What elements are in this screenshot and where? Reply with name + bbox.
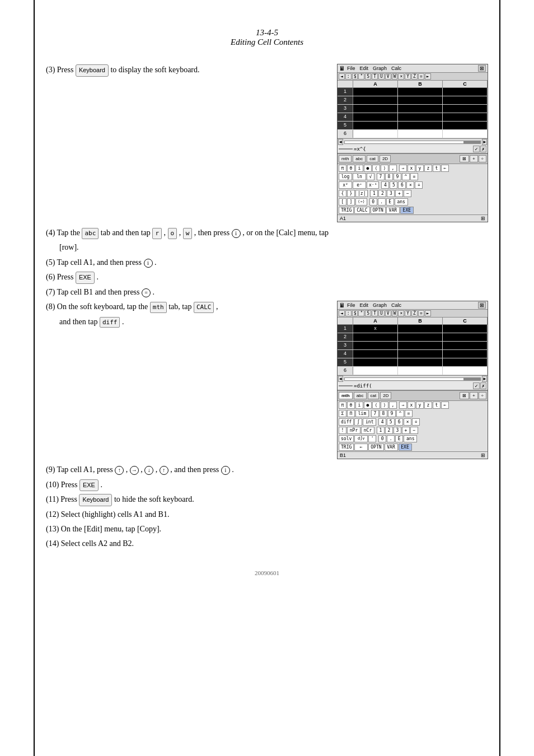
ss1-r2c2[interactable] xyxy=(398,96,443,104)
ss1-close[interactable]: ⊠ xyxy=(478,65,486,72)
ss1-key-z[interactable]: z xyxy=(424,165,432,172)
ss2-key-int2[interactable]: int xyxy=(363,418,376,426)
step4-o-key[interactable]: o xyxy=(168,228,177,239)
ss2-key-npr[interactable]: nPr xyxy=(347,427,360,434)
ss2-r3c1[interactable] xyxy=(353,342,398,349)
ss1-key-8[interactable]: 8 xyxy=(385,173,393,180)
ss2-key-E[interactable]: E xyxy=(395,435,403,442)
ss2-key-5[interactable]: 5 xyxy=(387,418,395,426)
step4-abc-key[interactable]: abc xyxy=(82,228,99,239)
ss2-tb-u[interactable]: U xyxy=(378,310,385,316)
ss1-tab-mth[interactable]: mth xyxy=(339,155,352,162)
ss2-tb-quote[interactable]: " xyxy=(358,310,364,316)
ss1-key-abs[interactable]: |z| xyxy=(355,190,368,197)
ss1-tb-y[interactable]: Y xyxy=(405,73,411,80)
ss2-tb-left[interactable]: ◄ xyxy=(339,310,345,316)
ss1-key-9[interactable]: 9 xyxy=(394,173,401,180)
ss1-row6[interactable]: 6 xyxy=(338,130,488,138)
ss2-row3[interactable]: 3 xyxy=(338,342,488,350)
step10-exe-key[interactable]: EXE xyxy=(79,479,99,492)
ss2-r1c1[interactable]: x xyxy=(353,325,398,333)
step4-r-key[interactable]: r xyxy=(152,228,162,239)
ss2-key-optn[interactable]: OPTN xyxy=(368,444,383,451)
ss1-row5[interactable]: 5 xyxy=(338,122,488,130)
ss1-key-0[interactable]: 0 xyxy=(369,198,377,206)
ss1-scroll-left[interactable]: ◄ xyxy=(338,139,343,145)
ss2-key-plus[interactable]: + xyxy=(402,427,410,434)
ss2-r2c1[interactable] xyxy=(353,333,398,341)
ss2-r6c3[interactable] xyxy=(443,367,488,375)
ss2-key-ncr[interactable]: nCr xyxy=(361,427,374,434)
ss1-key-calc[interactable]: CALC xyxy=(354,207,369,214)
ss2-tb-y[interactable]: Y xyxy=(405,310,411,316)
ss2-key-exe[interactable]: EXE xyxy=(399,444,412,451)
ss1-tb-t[interactable]: T xyxy=(372,73,378,80)
ss1-key-5[interactable]: 5 xyxy=(390,181,397,189)
ss2-key-var[interactable]: VAR xyxy=(385,444,398,451)
ss1-key-xinv[interactable]: x⁻¹ xyxy=(367,181,379,189)
ss1-scrollbar[interactable]: ◄ ► xyxy=(338,138,488,145)
ss1-key-dot2[interactable]: . xyxy=(378,198,386,206)
ss1-key-exe[interactable]: EXE xyxy=(400,207,414,214)
ss2-key-diff[interactable]: diff xyxy=(339,418,354,426)
ss2-row2[interactable]: 2 xyxy=(338,333,488,342)
ss2-tb-s[interactable]: S xyxy=(365,310,371,316)
ss1-key-dot[interactable]: ● xyxy=(364,165,372,172)
ss2-key-solv[interactable]: solv xyxy=(339,435,354,442)
ss1-key-log[interactable]: log xyxy=(339,173,352,180)
ss2-r3c2[interactable] xyxy=(398,342,443,349)
ss2-key-7[interactable]: 7 xyxy=(371,410,379,417)
ss2-key-sigma[interactable]: Σ xyxy=(339,410,346,417)
ss2-key-3[interactable]: 3 xyxy=(394,427,401,434)
ss2-scroll-right[interactable]: ► xyxy=(482,376,487,382)
ss2-key-back[interactable]: ← xyxy=(441,402,449,409)
ss1-tb-w[interactable]: W xyxy=(392,73,398,80)
ss2-menu-file[interactable]: File xyxy=(347,302,355,308)
step9-circle1[interactable]: ↑ xyxy=(115,466,124,475)
ss1-key-arrow[interactable]: ⇒ xyxy=(399,165,407,172)
ss2-tb-t[interactable]: T xyxy=(372,310,378,316)
ss1-r6c2[interactable] xyxy=(398,130,443,138)
step4-w-key[interactable]: w xyxy=(183,228,193,239)
ss1-key-ln[interactable]: ln xyxy=(353,173,366,180)
ss1-key-eq[interactable]: = xyxy=(410,173,418,180)
ss1-r3c3[interactable] xyxy=(443,105,488,113)
ss2-menu-edit[interactable]: Edit xyxy=(360,302,369,308)
ss2-menu-graph[interactable]: Graph xyxy=(373,302,387,308)
ss2-tb-x[interactable]: × xyxy=(398,310,404,316)
ss1-tb-left[interactable]: ◄ xyxy=(339,73,345,80)
ss1-r5c2[interactable] xyxy=(398,122,443,129)
ss1-key-t[interactable]: t xyxy=(433,165,441,172)
ss1-tb-s[interactable]: S xyxy=(365,73,371,80)
ss2-tab-icon3[interactable]: ÷ xyxy=(479,392,486,399)
ss1-r5c1[interactable] xyxy=(353,122,398,129)
ss2-key-z[interactable]: z xyxy=(424,402,432,409)
ss1-tb-quote[interactable]: " xyxy=(358,73,364,80)
ss1-tab-icon3[interactable]: ÷ xyxy=(479,155,486,162)
ss2-key-arrow[interactable]: ⇒ xyxy=(399,402,407,409)
ss2-key-prime[interactable]: ' xyxy=(368,435,376,442)
ss1-row4[interactable]: 4 xyxy=(338,113,488,122)
ss2-key-eq[interactable]: = xyxy=(405,410,413,417)
ss2-row4[interactable]: 4 xyxy=(338,350,488,358)
ss1-key-lbrace[interactable]: { xyxy=(339,190,346,197)
ss2-key-9[interactable]: 9 xyxy=(388,410,396,417)
ss1-key-ans[interactable]: ans xyxy=(395,198,408,206)
ss2-r1c2[interactable] xyxy=(398,325,443,333)
step9-circle2[interactable]: → xyxy=(130,466,139,475)
ss1-key-rbrack[interactable]: ] xyxy=(347,198,355,206)
ss2-key-i[interactable]: i xyxy=(355,402,363,409)
ss1-tab-2d[interactable]: 2D xyxy=(380,155,391,162)
ss2-key-gt[interactable]: ⟩ xyxy=(381,402,388,409)
ss2-key-y[interactable]: y xyxy=(416,402,424,409)
ss1-key-y[interactable]: y xyxy=(416,165,424,172)
ss1-key-mult[interactable]: × xyxy=(406,181,414,189)
ss2-confirm-btn[interactable]: ✓ xyxy=(473,382,479,389)
ss1-key-E[interactable]: E xyxy=(386,198,394,206)
ss1-key-theta[interactable]: θ xyxy=(347,165,355,172)
ss1-tb-u[interactable]: U xyxy=(378,73,385,80)
ss2-key-lim[interactable]: lim xyxy=(355,410,369,417)
ss2-key-x[interactable]: x xyxy=(407,402,415,409)
ss2-col-a[interactable]: A xyxy=(353,318,398,324)
ss1-key-3[interactable]: 3 xyxy=(387,190,395,197)
